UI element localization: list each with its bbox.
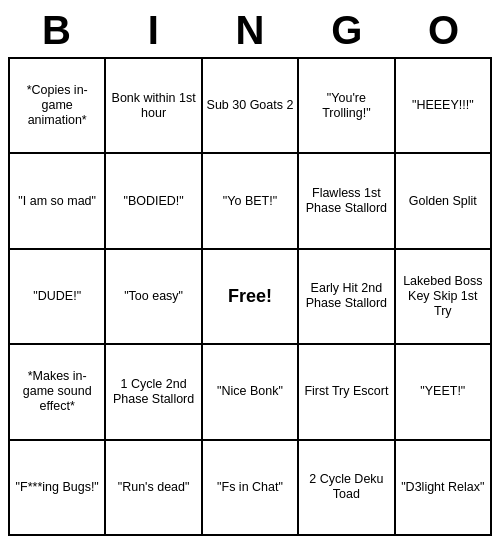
cell-9: Golden Split bbox=[396, 154, 492, 249]
cell-16: 1 Cycle 2nd Phase Stallord bbox=[106, 345, 202, 440]
cell-17: "Nice Bonk" bbox=[203, 345, 299, 440]
cell-4: "HEEEY!!!" bbox=[396, 59, 492, 154]
bingo-grid: *Copies in-game animation* Bonk within 1… bbox=[8, 57, 492, 536]
cell-5: "I am so mad" bbox=[10, 154, 106, 249]
cell-7: "Yo BET!" bbox=[203, 154, 299, 249]
cell-15: *Makes in-game sound effect* bbox=[10, 345, 106, 440]
letter-b: B bbox=[8, 8, 105, 53]
letter-g: G bbox=[298, 8, 395, 53]
letter-i: I bbox=[105, 8, 202, 53]
cell-19: "YEET!" bbox=[396, 345, 492, 440]
cell-13: Early Hit 2nd Phase Stallord bbox=[299, 250, 395, 345]
cell-21: "Run's dead" bbox=[106, 441, 202, 536]
cell-24: "D3light Relax" bbox=[396, 441, 492, 536]
cell-8: Flawless 1st Phase Stallord bbox=[299, 154, 395, 249]
cell-14: Lakebed Boss Key Skip 1st Try bbox=[396, 250, 492, 345]
cell-11: "Too easy" bbox=[106, 250, 202, 345]
cell-12-free: Free! bbox=[203, 250, 299, 345]
letter-n: N bbox=[202, 8, 299, 53]
cell-2: Sub 30 Goats 2 bbox=[203, 59, 299, 154]
cell-22: "Fs in Chat" bbox=[203, 441, 299, 536]
bingo-title: B I N G O bbox=[8, 8, 492, 53]
letter-o: O bbox=[395, 8, 492, 53]
cell-23: 2 Cycle Deku Toad bbox=[299, 441, 395, 536]
cell-20: "F***ing Bugs!" bbox=[10, 441, 106, 536]
cell-6: "BODIED!" bbox=[106, 154, 202, 249]
cell-1: Bonk within 1st hour bbox=[106, 59, 202, 154]
cell-0: *Copies in-game animation* bbox=[10, 59, 106, 154]
cell-3: "You're Trolling!" bbox=[299, 59, 395, 154]
cell-18: First Try Escort bbox=[299, 345, 395, 440]
cell-10: "DUDE!" bbox=[10, 250, 106, 345]
